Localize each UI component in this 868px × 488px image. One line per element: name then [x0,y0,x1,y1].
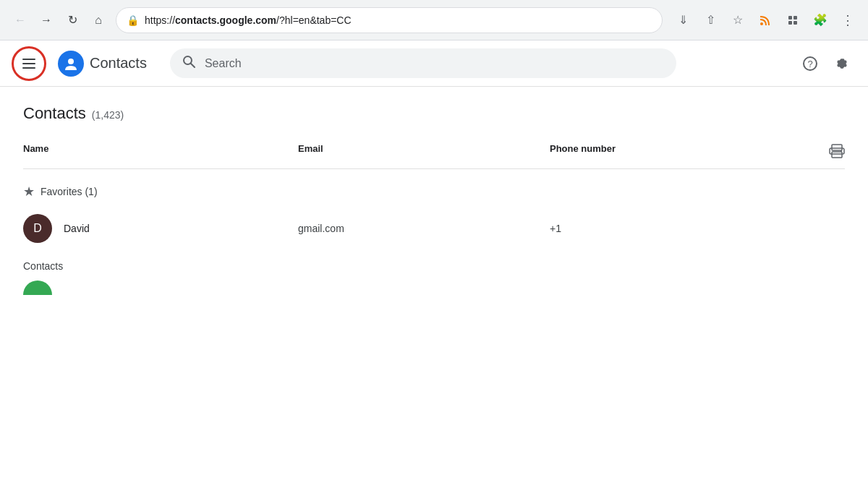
svg-rect-2 [793,16,797,20]
settings-button[interactable] [827,49,856,78]
browser-actions: ⇓ ⇧ ☆ 🧩 ⋮ [671,9,859,32]
hamburger-line-3 [22,67,35,69]
page-title: Contacts [23,104,86,123]
bookmark-button[interactable]: ☆ [726,9,749,32]
lock-icon: 🔒 [127,14,139,26]
table-header: Name Email Phone number [23,137,845,169]
svg-rect-4 [793,21,797,25]
svg-rect-10 [832,145,842,150]
browser-chrome: ← → ↻ ⌂ 🔒 https://contacts.google.com/?h… [0,0,868,40]
extensions-button[interactable]: 🧩 [809,9,832,32]
favorites-label: Favorites (1) [41,186,98,197]
print-icon[interactable] [829,143,845,163]
forward-button[interactable]: → [35,9,58,32]
url-text: https://contacts.google.com/?hl=en&tab=C… [145,14,652,26]
svg-text:?: ? [807,59,812,69]
reload-button[interactable]: ↻ [61,9,84,32]
contacts-section-label: Contacts [23,249,845,278]
help-button[interactable]: ? [796,49,825,78]
person-icon [63,56,79,72]
home-button[interactable]: ⌂ [87,9,110,32]
contact-phone-david: +1 [550,223,801,234]
contact-name-cell: D David [23,214,298,243]
svg-rect-1 [788,16,792,20]
hamburger-line-1 [22,59,35,60]
svg-rect-3 [788,21,792,25]
page-heading: Contacts (1,423) [23,104,845,123]
content-area: Contacts (1,423) Name Email Phone number… [0,87,868,312]
back-button[interactable]: ← [9,9,32,32]
contact-name-david: David [64,223,90,234]
col-email-header: Email [298,143,550,163]
contact-email-david: gmail.com [298,223,550,234]
search-icon [182,54,196,72]
app-title: Contacts [90,55,147,72]
contacts-count: (1,423) [92,109,124,121]
rss-icon[interactable] [754,9,777,32]
svg-rect-11 [832,152,842,158]
search-bar[interactable]: Search [170,48,676,78]
col-phone-header: Phone number [550,143,801,163]
chrome-menu-button[interactable]: ⋮ [836,9,859,32]
partial-contact-avatar [23,281,52,295]
hamburger-menu-button[interactable] [12,46,46,81]
browser-nav-buttons: ← → ↻ ⌂ [9,9,110,32]
extension-button-1[interactable] [781,9,804,32]
hamburger-line-2 [22,63,35,64]
address-bar[interactable]: 🔒 https://contacts.google.com/?hl=en&tab… [116,7,663,33]
contact-row-david[interactable]: D David gmail.com +1 [23,208,845,249]
partial-avatar-circle [23,281,52,295]
col-print-header [801,143,845,163]
svg-point-0 [760,22,763,25]
app-header: Contacts Search ? [0,40,868,87]
share-button[interactable]: ⇧ [699,9,722,32]
col-name-header: Name [23,143,298,163]
download-button[interactable]: ⇓ [671,9,694,32]
contact-avatar-david: D [23,214,52,243]
svg-line-7 [190,64,195,68]
star-icon: ★ [23,184,35,200]
app-logo: Contacts [58,51,147,77]
app-logo-icon [58,51,84,77]
svg-point-5 [68,59,74,64]
svg-point-13 [841,150,842,152]
search-placeholder: Search [205,57,242,70]
header-right: ? [796,49,856,78]
favorites-section-header: ★ Favorites (1) [23,175,845,208]
